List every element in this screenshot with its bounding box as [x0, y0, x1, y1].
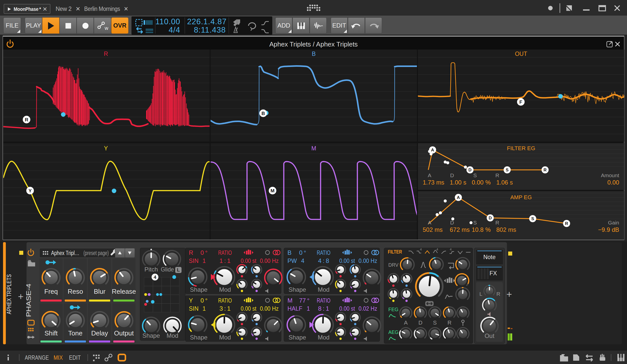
svg-text:0.00: 0.00: [607, 179, 619, 186]
svg-text:0.00 %: 0.00 %: [472, 179, 491, 186]
svg-text:(preset page): (preset page): [83, 250, 109, 256]
svg-text:B: B: [287, 249, 292, 256]
svg-text:D: D: [489, 216, 492, 220]
svg-text:4: 4: [436, 247, 438, 251]
svg-text:R: R: [495, 220, 499, 225]
svg-text:RATIO: RATIO: [317, 249, 330, 256]
svg-text:502 ms: 502 ms: [423, 226, 443, 233]
svg-text:S: S: [473, 172, 477, 178]
svg-text:D: D: [418, 320, 422, 326]
svg-text:0.00 st: 0.00 st: [339, 258, 355, 264]
svg-text:w: w: [104, 25, 108, 31]
svg-text:Note: Note: [483, 254, 496, 260]
svg-text:Shape: Shape: [190, 334, 207, 341]
svg-text:Y: Y: [189, 297, 193, 304]
svg-text:Glide: Glide: [161, 266, 174, 273]
svg-text:+: +: [18, 291, 24, 302]
svg-text:Tone: Tone: [68, 329, 82, 337]
svg-text:3 : 1: 3 : 1: [219, 305, 231, 312]
svg-text:0.02 Hz: 0.02 Hz: [359, 305, 377, 312]
svg-text:A: A: [404, 320, 408, 326]
svg-text:M: M: [271, 188, 275, 193]
svg-text:0.00 st: 0.00 st: [241, 305, 257, 312]
svg-text:Mod: Mod: [167, 332, 178, 339]
svg-text:RATIO: RATIO: [218, 297, 232, 304]
svg-text:R: R: [104, 51, 108, 57]
svg-text:Y: Y: [104, 145, 108, 152]
svg-text:0 °: 0 °: [200, 249, 208, 256]
svg-text:10.8 %: 10.8 %: [472, 226, 491, 233]
svg-text:M: M: [311, 145, 316, 152]
svg-text:0.00 st: 0.00 st: [339, 305, 355, 312]
svg-text:1: 1: [203, 258, 206, 264]
svg-text:1.73 ms: 1.73 ms: [423, 179, 444, 186]
svg-text:1.00 s: 1.00 s: [450, 179, 466, 186]
svg-text:0.00 Hz: 0.00 Hz: [359, 258, 377, 264]
svg-text:S: S: [531, 216, 534, 221]
svg-text:672 ms: 672 ms: [450, 226, 470, 233]
svg-text:Out: Out: [485, 332, 495, 339]
svg-text:HALF: HALF: [287, 305, 302, 312]
svg-text:+: +: [506, 289, 512, 300]
svg-text:4: 4: [301, 258, 304, 264]
svg-text:−9.9 dB: −9.9 dB: [598, 226, 619, 233]
svg-text:AEG: AEG: [388, 329, 398, 335]
svg-text:D: D: [468, 168, 472, 172]
svg-text:OUT: OUT: [515, 51, 527, 57]
svg-text:Delay: Delay: [91, 329, 108, 337]
svg-text:Shape: Shape: [288, 286, 306, 293]
svg-text:R: R: [496, 291, 500, 297]
svg-text:0.00 Hz: 0.00 Hz: [260, 305, 279, 312]
svg-text:1: 1: [307, 305, 310, 312]
svg-text:Mod: Mod: [219, 286, 231, 293]
svg-text:S: S: [506, 168, 508, 172]
svg-text:R: R: [447, 320, 452, 326]
svg-text:SIN: SIN: [189, 305, 198, 312]
svg-text:RATIO: RATIO: [218, 249, 232, 256]
svg-text:DRV: DRV: [388, 262, 398, 268]
svg-text:PHASE-4: PHASE-4: [25, 284, 32, 317]
svg-text:D: D: [450, 172, 454, 178]
svg-text:0.00 st: 0.00 st: [241, 258, 257, 264]
svg-text:77 °: 77 °: [299, 297, 309, 304]
svg-text:1 : 1: 1 : 1: [219, 258, 231, 264]
svg-text:FX: FX: [489, 270, 497, 277]
svg-text:Mod: Mod: [318, 334, 330, 341]
svg-text:F: F: [519, 99, 522, 105]
svg-text:APHEX TRIPLETS: APHEX TRIPLETS: [6, 274, 12, 314]
svg-text:Mod: Mod: [318, 286, 330, 293]
svg-text:Shape: Shape: [288, 334, 306, 341]
svg-text:Release: Release: [112, 288, 136, 295]
svg-text:0.00 Hz: 0.00 Hz: [260, 258, 279, 264]
svg-text:1.06 s: 1.06 s: [496, 179, 513, 186]
svg-text:B: B: [261, 111, 265, 116]
svg-text:B: B: [312, 51, 316, 57]
svg-text:AMP EG: AMP EG: [510, 194, 532, 200]
svg-text:Shape: Shape: [190, 286, 207, 293]
svg-text:D: D: [450, 220, 454, 225]
svg-text:Y: Y: [29, 188, 32, 193]
svg-text:4: 4: [420, 247, 422, 251]
svg-text:PW: PW: [287, 258, 297, 264]
svg-text:Amount: Amount: [601, 172, 619, 178]
svg-text:L: L: [177, 267, 180, 272]
svg-text:R: R: [495, 172, 499, 178]
svg-text:FILTER EG: FILTER EG: [507, 145, 535, 151]
svg-text:S: S: [433, 320, 437, 326]
svg-text:802 ms: 802 ms: [496, 226, 516, 233]
svg-text:8 : 1: 8 : 1: [318, 305, 329, 312]
svg-text:R: R: [544, 168, 547, 172]
svg-text:0 °: 0 °: [299, 249, 306, 256]
svg-text:4: 4: [154, 275, 156, 280]
svg-text:Gain: Gain: [608, 220, 619, 225]
svg-text:A: A: [428, 172, 431, 178]
svg-text:M: M: [287, 297, 293, 304]
svg-text:Output: Output: [114, 329, 134, 337]
svg-text:4 : 8: 4 : 8: [318, 258, 329, 264]
svg-text:R: R: [565, 221, 568, 226]
svg-text:4: 4: [450, 247, 452, 251]
svg-text:R: R: [25, 117, 28, 122]
svg-text:A: A: [457, 195, 460, 200]
svg-text:Aphex Triplets / Aphex Triplet: Aphex Triplets / Aphex Triplets: [269, 40, 358, 48]
svg-text:Shape: Shape: [142, 332, 160, 339]
